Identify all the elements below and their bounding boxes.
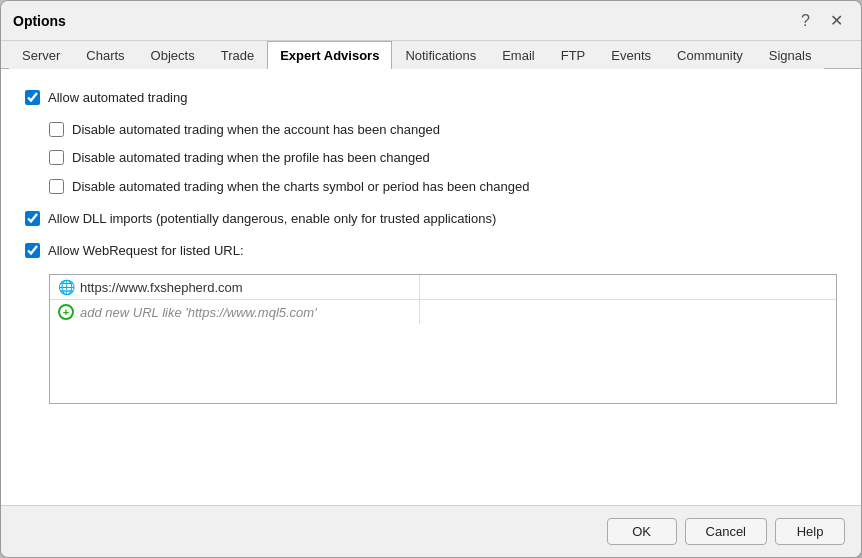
- url-secondary-cell: [420, 300, 836, 324]
- disable-symbol-checkbox[interactable]: [49, 179, 64, 194]
- allow-dll-checkbox[interactable]: [25, 211, 40, 226]
- allow-dll-label[interactable]: Allow DLL imports (potentially dangerous…: [48, 210, 496, 228]
- allow-automated-label[interactable]: Allow automated trading: [48, 89, 187, 107]
- tab-community[interactable]: Community: [664, 41, 756, 69]
- close-button[interactable]: ✕: [824, 9, 849, 32]
- content-area: Allow automated trading Disable automate…: [1, 69, 861, 505]
- disable-symbol-row: Disable automated trading when the chart…: [49, 178, 837, 196]
- disable-profile-label[interactable]: Disable automated trading when the profi…: [72, 149, 430, 167]
- disable-account-checkbox[interactable]: [49, 122, 64, 137]
- disable-account-row: Disable automated trading when the accou…: [49, 121, 837, 139]
- help-button[interactable]: Help: [775, 518, 845, 545]
- url-secondary-cell: [420, 275, 836, 299]
- tab-email[interactable]: Email: [489, 41, 548, 69]
- tab-bar: ServerChartsObjectsTradeExpert AdvisorsN…: [1, 41, 861, 69]
- allow-web-label[interactable]: Allow WebRequest for listed URL:: [48, 242, 244, 260]
- tab-ftp[interactable]: FTP: [548, 41, 599, 69]
- title-bar-controls: ? ✕: [795, 9, 849, 32]
- indented-checkboxes: Disable automated trading when the accou…: [49, 121, 837, 196]
- cancel-button[interactable]: Cancel: [685, 518, 767, 545]
- tab-events[interactable]: Events: [598, 41, 664, 69]
- ok-button[interactable]: OK: [607, 518, 677, 545]
- allow-web-row: Allow WebRequest for listed URL:: [25, 242, 837, 260]
- tab-notifications[interactable]: Notifications: [392, 41, 489, 69]
- disable-account-label[interactable]: Disable automated trading when the accou…: [72, 121, 440, 139]
- allow-web-checkbox[interactable]: [25, 243, 40, 258]
- allow-automated-checkbox[interactable]: [25, 90, 40, 105]
- tab-signals[interactable]: Signals: [756, 41, 825, 69]
- disable-profile-checkbox[interactable]: [49, 150, 64, 165]
- url-text: add new URL like 'https://www.mql5.com': [80, 305, 317, 320]
- tab-server[interactable]: Server: [9, 41, 73, 69]
- tab-expert-advisors[interactable]: Expert Advisors: [267, 41, 392, 69]
- tab-charts[interactable]: Charts: [73, 41, 137, 69]
- url-table-row[interactable]: +add new URL like 'https://www.mql5.com': [50, 300, 836, 324]
- window-title: Options: [13, 13, 66, 29]
- tab-trade[interactable]: Trade: [208, 41, 267, 69]
- tab-objects[interactable]: Objects: [138, 41, 208, 69]
- allow-automated-row: Allow automated trading: [25, 89, 837, 107]
- title-bar: Options ? ✕: [1, 1, 861, 41]
- footer: OK Cancel Help: [1, 505, 861, 557]
- url-table: 🌐https://www.fxshepherd.com+add new URL …: [49, 274, 837, 404]
- options-dialog: Options ? ✕ ServerChartsObjectsTradeExpe…: [0, 0, 862, 558]
- url-table-row: 🌐https://www.fxshepherd.com: [50, 275, 836, 300]
- add-url-icon: +: [58, 304, 74, 320]
- disable-symbol-label[interactable]: Disable automated trading when the chart…: [72, 178, 529, 196]
- globe-icon: 🌐: [58, 279, 74, 295]
- disable-profile-row: Disable automated trading when the profi…: [49, 149, 837, 167]
- allow-dll-row: Allow DLL imports (potentially dangerous…: [25, 210, 837, 228]
- help-title-button[interactable]: ?: [795, 10, 816, 32]
- url-text: https://www.fxshepherd.com: [80, 280, 243, 295]
